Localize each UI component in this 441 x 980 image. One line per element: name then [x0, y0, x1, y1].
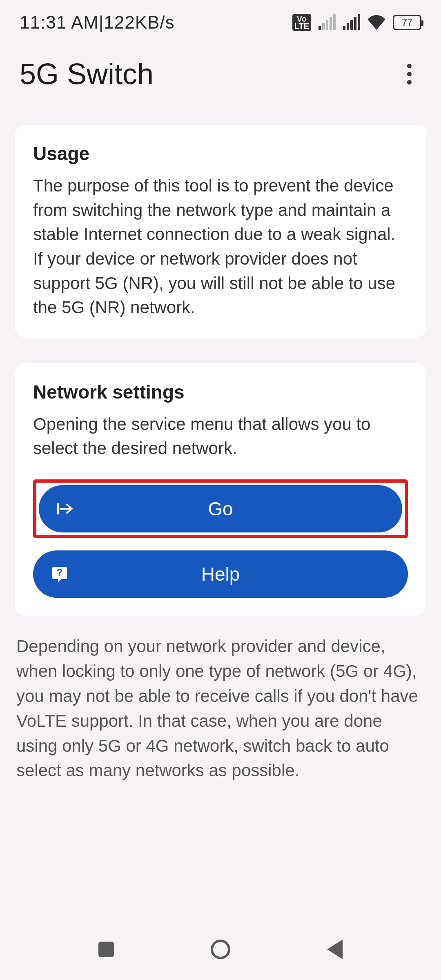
go-button[interactable]: Go [39, 485, 402, 532]
nav-recent-button[interactable] [92, 935, 120, 964]
signal-icon-sim1 [318, 15, 336, 30]
circle-icon [211, 940, 230, 959]
help-button-label: Help [49, 563, 392, 585]
battery-percent: 77 [402, 17, 413, 28]
nav-back-button[interactable] [321, 935, 349, 964]
usage-card-body: The purpose of this tool is to prevent t… [33, 174, 408, 320]
status-bar: 11:31 AM | 122KB/s VoLTE 77 [0, 0, 441, 45]
app-bar: 5G Switch [0, 45, 441, 115]
footer-note: Depending on your network provider and d… [16, 634, 425, 783]
page-title: 5G Switch [20, 57, 154, 91]
status-right: VoLTE 77 [292, 14, 421, 31]
network-card-title: Network settings [33, 381, 408, 403]
go-button-highlight: Go [33, 479, 408, 538]
signal-icon-sim2 [343, 15, 360, 30]
nav-home-button[interactable] [206, 935, 235, 964]
system-navigation-bar [0, 919, 441, 980]
volte-icon: VoLTE [292, 14, 311, 31]
status-time: 11:31 AM [20, 12, 99, 33]
network-settings-card: Network settings Opening the service men… [15, 363, 426, 616]
status-separator: | [99, 12, 104, 33]
more-vertical-icon [407, 64, 412, 85]
usage-card: Usage The purpose of this tool is to pre… [15, 124, 426, 338]
network-card-body: Opening the service menu that allows you… [33, 412, 408, 461]
usage-card-title: Usage [33, 143, 408, 165]
battery-icon: 77 [393, 15, 421, 30]
status-data-rate: 122KB/s [104, 12, 174, 33]
more-options-button[interactable] [397, 62, 421, 86]
go-button-label: Go [55, 498, 386, 520]
triangle-back-icon [327, 940, 343, 959]
square-icon [98, 942, 114, 957]
wifi-icon [368, 15, 385, 30]
help-button[interactable]: ? Help [33, 550, 408, 598]
status-left: 11:31 AM | 122KB/s [20, 12, 175, 33]
